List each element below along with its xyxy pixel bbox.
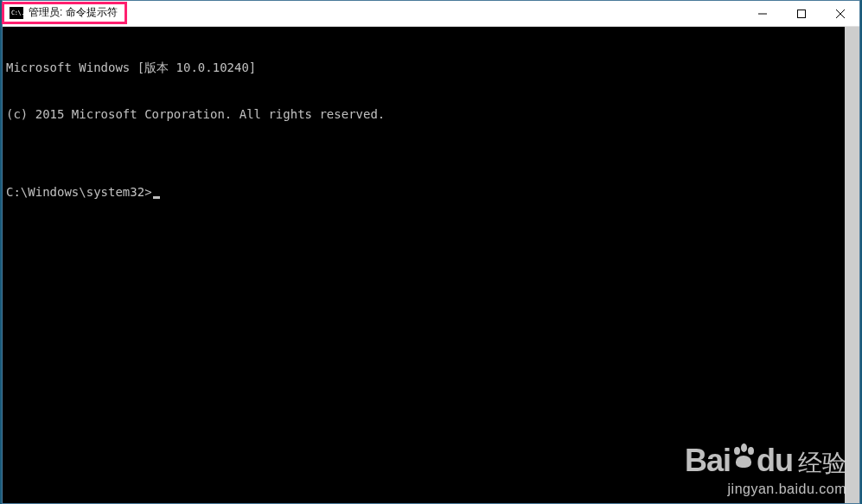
maximize-button[interactable] [782, 1, 820, 26]
terminal-area: Microsoft Windows [版本 10.0.10240] (c) 20… [3, 27, 859, 503]
vertical-scrollbar[interactable] [845, 27, 859, 503]
svg-rect-1 [797, 10, 805, 17]
scrollbar-thumb[interactable] [845, 27, 859, 503]
minimize-button[interactable] [743, 1, 782, 26]
terminal-line: Microsoft Windows [版本 10.0.10240] [6, 60, 841, 75]
terminal-cursor [153, 196, 160, 199]
window-title: 管理员: 命令提示符 [29, 5, 118, 20]
maximize-icon [797, 10, 806, 18]
command-prompt-window: C:\. 管理员: 命令提示符 Microsoft Windows [版本 10… [2, 0, 860, 504]
minimize-icon [758, 10, 767, 18]
window-controls [743, 1, 859, 26]
terminal-line: (c) 2015 Microsoft Corporation. All righ… [6, 106, 841, 122]
cmd-icon: C:\. [10, 7, 23, 19]
close-button[interactable] [820, 1, 859, 26]
terminal-output[interactable]: Microsoft Windows [版本 10.0.10240] (c) 20… [3, 27, 845, 503]
titlebar[interactable]: C:\. 管理员: 命令提示符 [3, 1, 859, 27]
terminal-prompt: C:\Windows\system32> [6, 185, 152, 199]
terminal-prompt-line: C:\Windows\system32> [6, 184, 841, 200]
title-highlight: C:\. 管理员: 命令提示符 [2, 2, 127, 24]
close-icon [836, 10, 845, 18]
